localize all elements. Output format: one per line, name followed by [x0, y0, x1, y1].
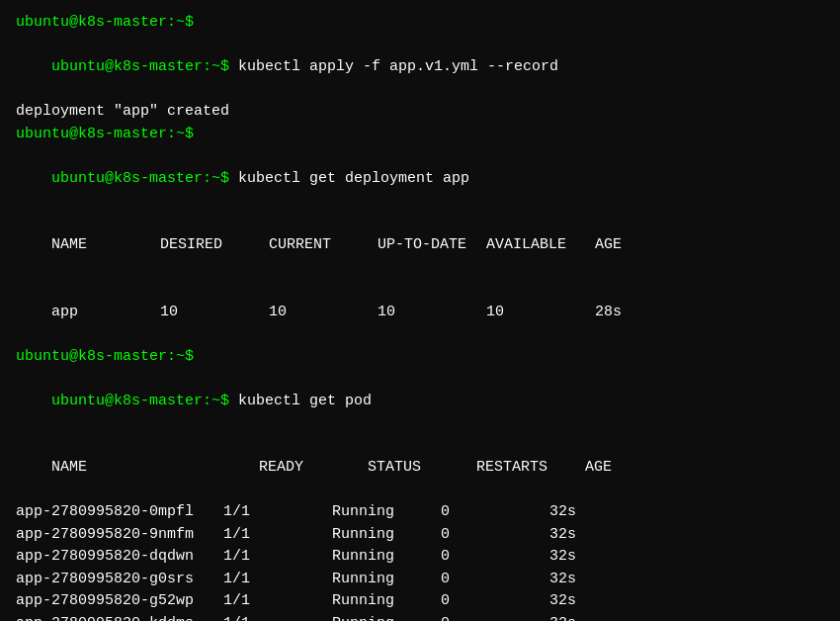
pod-hdr-restarts: RESTARTS	[476, 457, 585, 480]
prompt-get-pod: ubuntu@k8s-master:~$	[51, 393, 229, 409]
prompt-apply: ubuntu@k8s-master:~$	[51, 58, 229, 75]
pod-ready: 1/1	[223, 524, 332, 547]
pod-row: app-2780995820-9nmfm1/1Running032s	[16, 524, 824, 547]
command-line-apply: ubuntu@k8s-master:~$ kubectl apply -f ap…	[16, 35, 824, 102]
terminal: ubuntu@k8s-master:~$ ubuntu@k8s-master:~…	[16, 12, 824, 621]
pod-age: 32s	[549, 590, 576, 613]
prompt-line-3: ubuntu@k8s-master:~$	[16, 124, 824, 146]
pod-hdr-status: STATUS	[368, 457, 476, 480]
pod-name: app-2780995820-9nmfm	[16, 524, 223, 547]
dep-row-name: app	[51, 302, 160, 324]
pod-row: app-2780995820-g52wp1/1Running032s	[16, 590, 824, 613]
pod-restarts: 0	[441, 524, 549, 547]
prompt-get-dep: ubuntu@k8s-master:~$	[51, 170, 229, 187]
pod-age: 32s	[549, 569, 576, 591]
deployment-row: app1010101028s	[16, 279, 824, 346]
prompt-after-dep: ubuntu@k8s-master:~$	[16, 346, 824, 369]
pod-ready: 1/1	[223, 590, 332, 613]
command-line-get-deployment: ubuntu@k8s-master:~$ kubectl get deploym…	[16, 145, 824, 213]
output-apply: deployment "app" created	[16, 101, 824, 124]
pod-age: 32s	[549, 613, 576, 622]
prompt-line-1: ubuntu@k8s-master:~$	[16, 12, 824, 35]
pod-status: Running	[332, 546, 441, 569]
pod-hdr-name: NAME	[51, 457, 259, 480]
pod-status: Running	[332, 590, 441, 613]
dep-row-age: 28s	[595, 302, 622, 324]
dep-hdr-available: AVAILABLE	[486, 234, 595, 257]
pod-restarts: 0	[441, 613, 549, 622]
pod-restarts: 0	[441, 501, 549, 524]
pod-hdr-ready: READY	[259, 457, 368, 480]
cmd-get-dep: kubectl get deployment app	[229, 170, 469, 187]
pod-age: 32s	[549, 546, 576, 569]
pod-header: NAMEREADYSTATUSRESTARTSAGE	[16, 435, 824, 502]
dep-row-desired: 10	[160, 302, 269, 324]
deployment-header: NAMEDESIREDCURRENTUP-TO-DATEAVAILABLEAGE	[16, 213, 824, 280]
pod-restarts: 0	[441, 590, 549, 613]
pod-age: 32s	[549, 501, 576, 524]
pod-row: app-2780995820-dqdwn1/1Running032s	[16, 546, 824, 569]
pod-ready: 1/1	[223, 546, 332, 569]
pod-status: Running	[332, 501, 441, 524]
pod-ready: 1/1	[223, 613, 332, 622]
pod-status: Running	[332, 613, 441, 622]
pod-ready: 1/1	[223, 501, 332, 524]
pod-ready: 1/1	[223, 569, 332, 591]
dep-hdr-desired: DESIRED	[160, 234, 269, 257]
pod-hdr-age: AGE	[585, 457, 612, 480]
pod-row: app-2780995820-kddms1/1Running032s	[16, 613, 824, 622]
pod-restarts: 0	[441, 546, 549, 569]
pod-row: app-2780995820-g0srs1/1Running032s	[16, 569, 824, 591]
pod-name: app-2780995820-g52wp	[16, 590, 223, 613]
dep-row-available: 10	[486, 302, 595, 324]
dep-hdr-current: CURRENT	[269, 234, 378, 257]
pod-age: 32s	[549, 524, 576, 547]
pod-row: app-2780995820-0mpfl1/1Running032s	[16, 501, 824, 524]
cmd-apply: kubectl apply -f app.v1.yml --record	[229, 58, 558, 75]
pod-status: Running	[332, 524, 441, 547]
pod-name: app-2780995820-dqdwn	[16, 546, 223, 569]
dep-hdr-uptodate: UP-TO-DATE	[378, 234, 486, 257]
dep-hdr-name: NAME	[51, 234, 160, 257]
pod-restarts: 0	[441, 569, 549, 591]
pod-name: app-2780995820-kddms	[16, 613, 223, 622]
dep-row-current: 10	[269, 302, 378, 324]
cmd-get-pod: kubectl get pod	[229, 393, 372, 409]
dep-hdr-age: AGE	[595, 234, 622, 257]
pod-name: app-2780995820-g0srs	[16, 569, 223, 591]
command-line-get-pod: ubuntu@k8s-master:~$ kubectl get pod	[16, 368, 824, 435]
pod-status: Running	[332, 569, 441, 591]
pod-rows-container: app-2780995820-0mpfl1/1Running032sapp-27…	[16, 501, 824, 621]
dep-row-uptodate: 10	[378, 302, 486, 324]
pod-name: app-2780995820-0mpfl	[16, 501, 223, 524]
